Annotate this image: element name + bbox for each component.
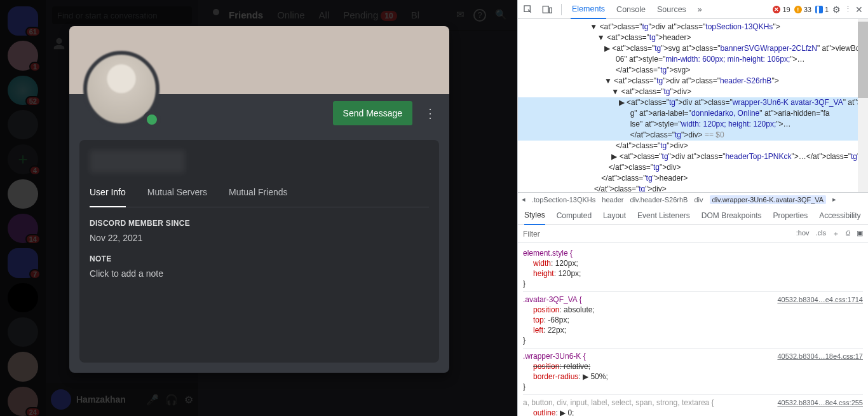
- kebab-icon[interactable]: ⋮: [844, 5, 851, 13]
- cls-toggle[interactable]: .cls: [816, 229, 827, 239]
- note-label: NOTE: [90, 254, 429, 263]
- crumb-next[interactable]: ▸: [832, 195, 836, 204]
- user-profile-modal: Send Message ⋮ User Info Mutual Servers …: [69, 26, 449, 373]
- device-toggle-icon[interactable]: [542, 4, 552, 15]
- style-rules[interactable]: element.style {width: 120px;height: 120p…: [518, 243, 868, 416]
- styles-tab-layout[interactable]: Layout: [603, 211, 626, 220]
- member-since-value: Nov 22, 2021: [90, 233, 429, 243]
- close-devtools-icon[interactable]: ✕: [855, 4, 863, 15]
- styles-tabs: Styles Computed Layout Event Listeners D…: [518, 206, 868, 225]
- settings-icon[interactable]: ⚙: [832, 4, 841, 15]
- styles-filter-input[interactable]: [523, 230, 796, 239]
- styles-tab-computed[interactable]: Computed: [557, 211, 592, 220]
- tab-user-info[interactable]: User Info: [90, 187, 126, 207]
- devtools-tab-elements[interactable]: Elements: [571, 0, 606, 19]
- hov-toggle[interactable]: :hov: [796, 229, 810, 239]
- dom-tree[interactable]: ▼ <at">class="tg">div at">class="topSect…: [518, 19, 868, 192]
- styles-tab-a11y[interactable]: Accessibility: [819, 211, 860, 220]
- tab-mutual-friends[interactable]: Mutual Friends: [229, 187, 288, 207]
- devtools-tab-console[interactable]: Console: [615, 1, 647, 18]
- more-options-button[interactable]: ⋮: [424, 106, 437, 121]
- crumb-prev[interactable]: ◂: [522, 195, 526, 204]
- svg-rect-2: [549, 8, 552, 13]
- note-input[interactable]: Click to add a note: [90, 268, 429, 279]
- styles-tab-properties[interactable]: Properties: [773, 211, 808, 220]
- styles-tab-dom-bp[interactable]: DOM Breakpoints: [702, 211, 762, 220]
- devtools-tab-more[interactable]: »: [696, 1, 703, 18]
- profile-username: [90, 150, 185, 173]
- tab-mutual-servers[interactable]: Mutual Servers: [147, 187, 207, 207]
- send-message-button[interactable]: Send Message: [333, 101, 412, 125]
- scrollbar-thumb[interactable]: [858, 22, 868, 98]
- devtools-panel: Elements Console Sources » ✕19 !33 ▌1 ⚙ …: [517, 0, 868, 416]
- new-style-rule[interactable]: ＋: [832, 229, 839, 239]
- styles-tab-listeners[interactable]: Event Listeners: [637, 211, 690, 220]
- warning-count[interactable]: !33: [794, 6, 811, 13]
- styles-icon[interactable]: ⎙: [846, 229, 850, 239]
- styles-filter-row: :hov .cls ＋ ⎙ ▣: [518, 225, 868, 243]
- styles-icon[interactable]: ▣: [857, 229, 863, 239]
- devtools-toolbar: Elements Console Sources » ✕19 !33 ▌1 ⚙ …: [518, 0, 868, 19]
- svg-rect-1: [543, 6, 548, 13]
- error-count[interactable]: ✕19: [773, 6, 790, 13]
- status-badge-online: [143, 111, 161, 128]
- breadcrumb[interactable]: ◂ .topSection-13QKHs header div.header-S…: [518, 192, 868, 206]
- profile-tabs: User Info Mutual Servers Mutual Friends: [90, 187, 429, 207]
- profile-body: User Info Mutual Servers Mutual Friends …: [79, 140, 439, 363]
- inspect-icon[interactable]: [523, 4, 533, 15]
- info-count[interactable]: ▌1: [815, 6, 829, 13]
- member-since-label: DISCORD MEMBER SINCE: [90, 219, 429, 228]
- devtools-tab-sources[interactable]: Sources: [656, 1, 688, 18]
- styles-tab-styles[interactable]: Styles: [524, 206, 545, 225]
